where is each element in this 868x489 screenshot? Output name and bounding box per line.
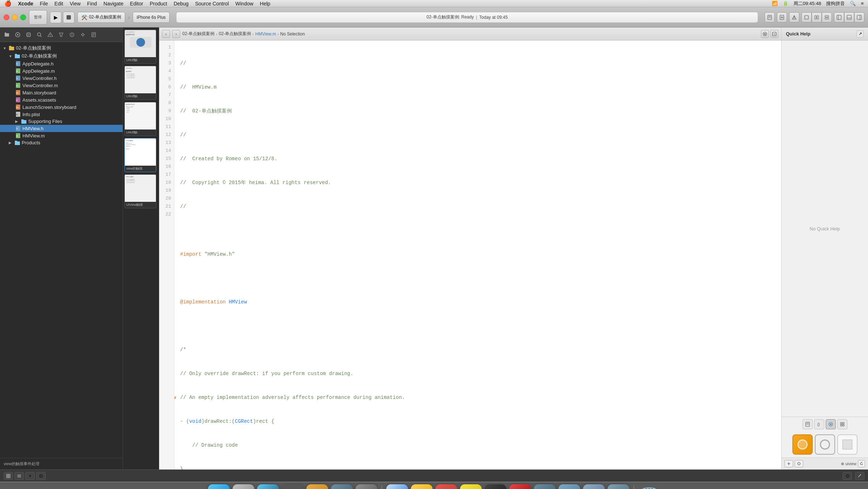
nav-debug-icon[interactable] bbox=[67, 30, 77, 39]
editor-toggle-single[interactable] bbox=[801, 12, 812, 22]
status-view-btn[interactable] bbox=[4, 472, 13, 480]
file-tree-item-viewcontroller-h[interactable]: h ViewController.h bbox=[0, 75, 123, 82]
dock-trash[interactable]: 🗑️ bbox=[638, 484, 660, 489]
quick-help-expand-btn[interactable]: ↗ bbox=[856, 30, 864, 38]
menu-window[interactable]: Window bbox=[235, 1, 254, 7]
thumbnail-2[interactable]: UltraView 触摸事件 - touchesBegan - touchesM… bbox=[124, 66, 156, 100]
status-list-btn[interactable] bbox=[14, 472, 24, 480]
editor-assistant-btn[interactable] bbox=[761, 30, 769, 38]
dock-system-prefs[interactable]: ⚙️ bbox=[356, 484, 377, 489]
breadcrumb-part3[interactable]: HMView.m bbox=[255, 31, 276, 37]
dock-dvd[interactable]: 📀 bbox=[306, 484, 328, 489]
right-panel-toggle[interactable] bbox=[854, 12, 864, 22]
nav-source-icon[interactable] bbox=[13, 30, 22, 39]
file-tree-item-main-storyboard[interactable]: SB Main.storyboard bbox=[0, 89, 123, 96]
scheme-selector[interactable]: ⚒️ 02-单点触摸案例 bbox=[77, 12, 125, 23]
control-center-icon[interactable]: ≡ bbox=[861, 1, 864, 6]
editor-toggle-split-h[interactable] bbox=[822, 12, 832, 22]
breadcrumb-part2[interactable]: 02-单点触摸案例 bbox=[219, 31, 251, 37]
file-tree-item-hmview-h[interactable]: h HMView.h bbox=[0, 125, 123, 132]
uiview-label[interactable]: ⊕ uiview bbox=[841, 462, 856, 466]
inspector-tab-target[interactable] bbox=[826, 419, 836, 429]
thumbnail-5[interactable]: UIView触摸 - touchesBegan - touchesMoved -… bbox=[124, 174, 156, 208]
menu-product[interactable]: Product bbox=[150, 1, 167, 7]
search-icon[interactable]: 🔍 bbox=[850, 1, 856, 6]
breadcrumb-part4[interactable]: No Selection bbox=[280, 31, 305, 37]
status-expand-btn[interactable] bbox=[855, 472, 864, 480]
minimize-button[interactable] bbox=[12, 14, 18, 20]
pause-button[interactable]: 暂停 bbox=[29, 10, 47, 25]
dock-paprika[interactable]: P bbox=[435, 484, 457, 489]
dock-launchpad[interactable]: 🚀 bbox=[233, 484, 254, 489]
inspector-tab-grid[interactable] bbox=[837, 419, 847, 429]
left-panel-toggle[interactable] bbox=[834, 12, 844, 22]
thumbnail-3[interactable]: 触摸事件处理 UIResponder - begin - move - end … bbox=[124, 102, 156, 136]
run-button[interactable]: ▶ bbox=[50, 12, 61, 23]
dock-sketch[interactable] bbox=[411, 484, 433, 489]
forward-button[interactable]: › bbox=[172, 30, 180, 38]
dock-filmage[interactable]: 🎬 bbox=[534, 484, 556, 489]
menu-edit[interactable]: Edit bbox=[55, 1, 63, 7]
editor-show-changes-btn[interactable] bbox=[770, 30, 778, 38]
bottom-left-btn1[interactable] bbox=[784, 460, 793, 467]
show-inspector-button[interactable] bbox=[789, 12, 799, 22]
nav-test-icon[interactable] bbox=[56, 30, 66, 39]
menu-view[interactable]: View bbox=[70, 1, 81, 7]
file-tree-products[interactable]: ▶ Products bbox=[0, 139, 123, 146]
nav-symbol-icon[interactable] bbox=[24, 30, 33, 39]
file-tree-item-appdelegate-h[interactable]: h AppDelegate.h bbox=[0, 60, 123, 67]
status-debug-btn[interactable]: ⊙ bbox=[843, 472, 852, 480]
file-tree-item-supporting[interactable]: ▶ Supporting Files bbox=[0, 118, 123, 125]
file-tree-item-assets[interactable]: XC Assets.xcassets bbox=[0, 96, 123, 103]
file-tree-item-appdelegate-m[interactable]: m AppDelegate.m bbox=[0, 67, 123, 75]
menu-find[interactable]: Find bbox=[87, 1, 97, 7]
editor-toggle-split-v[interactable] bbox=[812, 12, 822, 22]
status-add-btn[interactable]: + bbox=[25, 472, 35, 480]
status-filter-btn[interactable]: ⊙ bbox=[36, 472, 46, 480]
dock-pockity[interactable]: ▶ bbox=[509, 484, 531, 489]
menu-source-control[interactable]: Source Control bbox=[195, 1, 229, 7]
inspector-tab-file[interactable] bbox=[803, 419, 813, 429]
nav-search-icon[interactable] bbox=[35, 30, 44, 39]
menu-file[interactable]: File bbox=[40, 1, 48, 7]
nav-warning-icon[interactable] bbox=[46, 30, 55, 39]
bottom-left-btn2[interactable] bbox=[795, 460, 803, 467]
thumbnail-4[interactable]: view的触摸 HMView.m @implementation HMView … bbox=[124, 138, 156, 172]
file-tree-item-viewcontroller-m[interactable]: m ViewController.m bbox=[0, 82, 123, 89]
dock-mouse[interactable]: 🖱️ bbox=[282, 484, 303, 489]
add-editor-button[interactable] bbox=[777, 12, 787, 22]
inspector-tab-braces[interactable]: {} bbox=[814, 419, 824, 429]
apple-menu[interactable]: 🍎 bbox=[4, 0, 12, 7]
nav-folder-icon[interactable] bbox=[2, 30, 12, 39]
file-tree-item-info-plist[interactable]: PL Info.plist bbox=[0, 111, 123, 118]
nav-breakpoint-icon[interactable] bbox=[78, 30, 88, 39]
bottom-panel-toggle[interactable] bbox=[844, 12, 854, 22]
file-tree-item-launch[interactable]: SB LaunchScreen.storyboard bbox=[0, 103, 123, 111]
device-selector[interactable]: iPhone 6s Plus bbox=[133, 12, 170, 23]
dock-xcode[interactable] bbox=[386, 484, 408, 489]
dock-screen3[interactable]: 📺 bbox=[608, 484, 629, 489]
menu-editor[interactable]: Editor bbox=[130, 1, 143, 7]
input-method[interactable]: 搜狗拼音 bbox=[826, 0, 845, 7]
menu-debug[interactable]: Debug bbox=[174, 1, 188, 7]
stop-button[interactable] bbox=[63, 12, 75, 23]
shape-circle-outline[interactable] bbox=[815, 434, 835, 455]
menu-help[interactable]: Help bbox=[260, 1, 271, 7]
menu-xcode[interactable]: Xcode bbox=[18, 1, 33, 7]
breadcrumb-part1[interactable]: 02-单点触摸案例 bbox=[182, 31, 214, 37]
maximize-button[interactable] bbox=[20, 14, 26, 20]
dock-tools[interactable]: 🔧 bbox=[331, 484, 353, 489]
shape-square[interactable] bbox=[837, 434, 858, 455]
dock-finder[interactable]: 😊 bbox=[208, 484, 230, 489]
file-tree-project-group[interactable]: ▼ 02-单点触摸案例 bbox=[0, 52, 123, 60]
close-button[interactable] bbox=[4, 14, 9, 20]
dock-safari[interactable]: 🧭 bbox=[257, 484, 279, 489]
refresh-btn[interactable] bbox=[858, 460, 865, 467]
new-file-button[interactable] bbox=[765, 12, 775, 22]
dock-screen1[interactable]: 🖥️ bbox=[558, 484, 580, 489]
file-tree-item-hmview-m[interactable]: m HMView.m bbox=[0, 132, 123, 139]
code-editor[interactable]: 1 2 3 4 5 6 7 8 9 10 11 12 13 14 bbox=[159, 41, 781, 469]
dock-terminal[interactable]: ⬛ bbox=[485, 484, 506, 489]
dock-stickies[interactable]: 📝 bbox=[460, 484, 482, 489]
back-button[interactable]: ‹ bbox=[162, 30, 170, 38]
